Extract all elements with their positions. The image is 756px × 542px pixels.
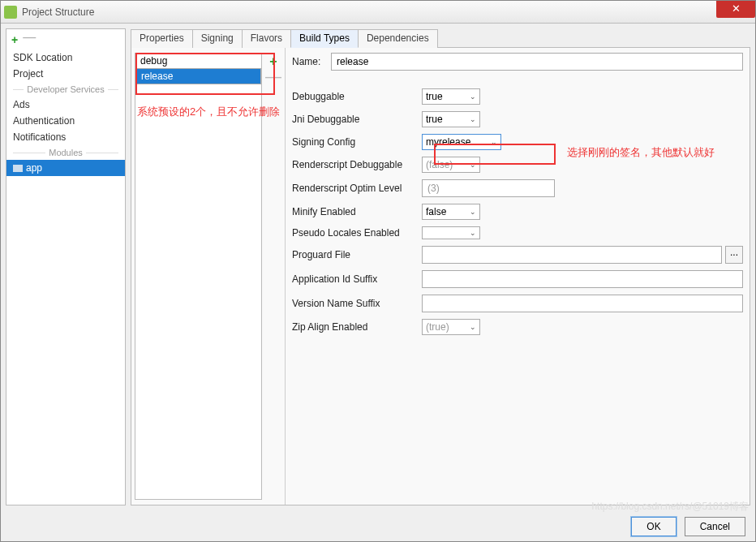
label-signing-config: Signing Config xyxy=(292,136,422,148)
select-pseudo-locales-enabled[interactable]: ⌄ xyxy=(422,226,480,239)
sidebar-item-sdk[interactable]: SDK Location xyxy=(6,49,125,66)
label-minify-enabled: Minify Enabled xyxy=(292,206,422,217)
remove-module-icon: — xyxy=(23,33,36,46)
select-zip-align-enabled[interactable]: (true)⌄ xyxy=(422,319,480,335)
label-proguard-file: Proguard File xyxy=(292,249,422,260)
sidebar-head-modules: Modules xyxy=(6,145,125,160)
input-application-id-suffix[interactable] xyxy=(422,270,743,288)
label-jni-debuggable: Jni Debuggable xyxy=(292,114,422,125)
sidebar-module-label: app xyxy=(26,162,42,174)
sidebar-item-app[interactable]: app xyxy=(6,160,125,176)
input-proguard-file[interactable] xyxy=(422,246,722,264)
select-minify-enabled[interactable]: false⌄ xyxy=(422,204,480,220)
window-title: Project Structure xyxy=(22,6,94,18)
chevron-down-icon: ⌄ xyxy=(470,92,476,101)
select-renderscript-debuggable[interactable]: (false)⌄ xyxy=(422,157,480,173)
annotation-text-1: 系统预设的2个，且不允许删除 xyxy=(137,105,280,119)
chevron-down-icon: ⌄ xyxy=(470,323,476,331)
watermark: https://blog.csdn.net/rs/@51019博客 xyxy=(591,500,749,514)
select-jni-debuggable[interactable]: true⌄ xyxy=(422,111,480,127)
sidebar-item-auth[interactable]: Authentication xyxy=(6,113,125,129)
sidebar-item-notif[interactable]: Notifications xyxy=(6,129,125,145)
tabbar: PropertiesSigningFlavorsBuild TypesDepen… xyxy=(131,28,750,48)
build-type-release[interactable]: release xyxy=(135,68,261,84)
label-zip-align-enabled: Zip Align Enabled xyxy=(292,321,422,333)
chevron-down-icon: ⌄ xyxy=(491,138,497,146)
select-debuggable[interactable]: true⌄ xyxy=(422,88,480,105)
close-button[interactable]: ✕ xyxy=(716,1,755,18)
window-titlebar: Project Structure ✕ xyxy=(1,1,755,24)
build-type-debug[interactable]: debug xyxy=(135,54,261,68)
sidebar-item-project[interactable]: Project xyxy=(6,66,125,82)
chevron-down-icon: ⌄ xyxy=(470,161,476,169)
input-version-name-suffix[interactable] xyxy=(422,295,743,312)
label-renderscript-optim-level: Renderscript Optim Level xyxy=(292,183,422,194)
label-pseudo-locales-enabled: Pseudo Locales Enabled xyxy=(292,227,422,239)
app-icon xyxy=(4,6,17,19)
select-signing-config[interactable]: myrelease⌄ xyxy=(422,134,501,150)
folder-icon xyxy=(13,165,23,172)
tab-properties[interactable]: Properties xyxy=(131,29,193,48)
label-renderscript-debuggable: Renderscript Debuggable xyxy=(292,159,422,170)
label-version-name-suffix: Version Name Suffix xyxy=(292,298,422,309)
sidebar-head-services: Developer Services xyxy=(6,82,125,97)
ok-button[interactable]: OK xyxy=(631,517,676,536)
build-type-list[interactable]: debugrelease xyxy=(135,53,262,500)
input-renderscript-optim-level[interactable] xyxy=(422,179,555,197)
chevron-down-icon: ⌄ xyxy=(470,229,476,237)
tab-build-types[interactable]: Build Types xyxy=(290,29,359,48)
label-debuggable: Debuggable xyxy=(292,91,422,102)
properties-panel: Name: Debuggabletrue⌄Jni Debuggabletrue⌄… xyxy=(286,48,750,505)
tab-signing[interactable]: Signing xyxy=(192,29,243,48)
chevron-down-icon: ⌄ xyxy=(470,115,476,123)
left-sidebar: + — SDK Location Project Developer Servi… xyxy=(6,28,126,505)
chevron-down-icon: ⌄ xyxy=(470,208,476,216)
add-module-icon[interactable]: + xyxy=(11,33,18,46)
sidebar-item-ads[interactable]: Ads xyxy=(6,97,125,113)
label-application-id-suffix: Application Id Suffix xyxy=(292,273,422,285)
name-field[interactable] xyxy=(331,53,743,71)
annotation-text-2: 选择刚刚的签名，其他默认就好 xyxy=(567,145,715,160)
remove-build-type-icon: — xyxy=(265,72,281,80)
svg-rect-0 xyxy=(4,6,17,19)
browse-button[interactable]: ... xyxy=(725,246,743,264)
name-label: Name: xyxy=(292,56,331,67)
tab-dependencies[interactable]: Dependencies xyxy=(358,29,438,48)
tab-flavors[interactable]: Flavors xyxy=(242,29,291,48)
cancel-button[interactable]: Cancel xyxy=(685,517,745,536)
